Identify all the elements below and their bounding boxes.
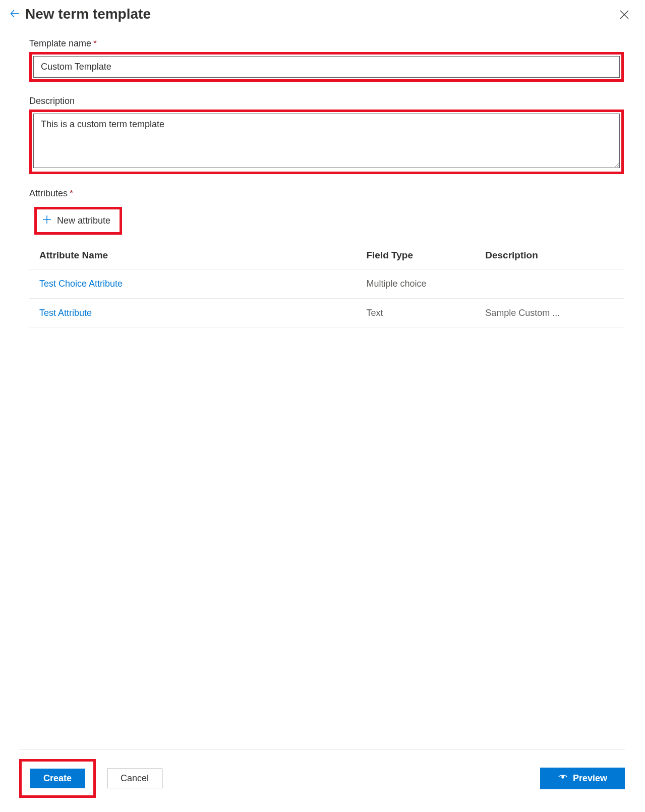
template-name-label: Template name* [29,38,624,49]
close-icon [619,14,630,22]
attribute-type: Text [356,299,475,328]
new-attribute-label: New attribute [57,215,110,226]
description-highlight [29,110,624,174]
template-name-input[interactable] [33,56,620,78]
close-button[interactable] [617,7,632,24]
panel-header: New term template [9,0,636,24]
attribute-link[interactable]: Test Choice Attribute [39,279,123,289]
attribute-type: Multiple choice [356,269,475,299]
col-header-desc[interactable]: Description [475,242,624,269]
attribute-desc [475,269,624,299]
back-button[interactable] [9,8,25,21]
required-asterisk: * [93,38,97,48]
template-name-highlight [29,52,624,82]
preview-button-label: Preview [573,773,607,784]
col-header-name[interactable]: Attribute Name [29,242,356,269]
attribute-link[interactable]: Test Attribute [39,308,92,318]
new-attribute-button[interactable]: New attribute [37,209,120,232]
cancel-button-label: Cancel [121,773,149,784]
required-asterisk: * [70,188,73,198]
footer-separator [19,749,625,750]
svg-point-5 [562,776,564,778]
table-row: Test Choice Attribute Multiple choice [29,269,624,299]
description-label: Description [29,96,624,106]
plus-icon [42,214,52,227]
form-area: Template name* Description Attributes* N [9,24,636,328]
create-button-highlight: Create [19,759,96,798]
preview-icon [558,772,568,785]
table-row: Test Attribute Text Sample Custom ... [29,299,624,328]
attributes-label: Attributes* [29,188,624,199]
attributes-label-text: Attributes [29,188,68,198]
new-attribute-highlight: New attribute [34,207,122,235]
col-header-type[interactable]: Field Type [356,242,475,269]
preview-button[interactable]: Preview [540,768,625,789]
create-button[interactable]: Create [30,769,85,788]
template-name-label-text: Template name [29,38,91,48]
page-title: New term template [25,6,151,22]
create-button-label: Create [43,773,72,784]
description-input[interactable] [33,114,620,168]
panel-footer: Create Cancel Preview [0,749,645,798]
attributes-table: Attribute Name Field Type Description Te… [29,242,624,328]
new-term-template-panel: New term template Template name* Descrip… [0,0,645,812]
arrow-left-icon [9,8,21,21]
attribute-desc: Sample Custom ... [475,299,624,328]
cancel-button[interactable]: Cancel [107,769,162,788]
